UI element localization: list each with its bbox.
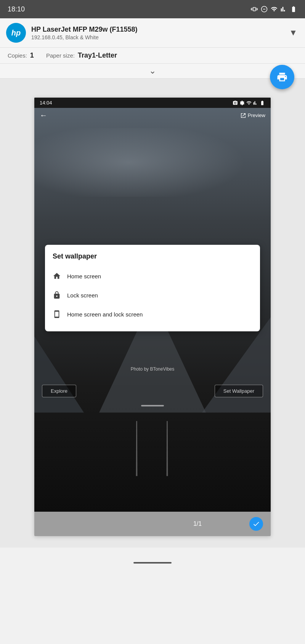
home-icon — [53, 272, 61, 280]
lock-icon — [53, 291, 61, 299]
paper-size-label: Paper size: — [46, 52, 75, 59]
app-header: hp HP LaserJet MFP M29w (F11558) 192.168… — [0, 18, 305, 48]
phone-home-indicator — [34, 402, 271, 410]
set-wallpaper-dialog: Set wallpaper Home screen Lock screen — [45, 245, 260, 331]
set-wallpaper-button[interactable]: Set Wallpaper — [215, 385, 263, 397]
page-counter-bar: 1/1 — [34, 512, 271, 536]
explore-button[interactable]: Explore — [42, 385, 76, 397]
paper-size-value[interactable]: Tray1-Letter — [78, 51, 117, 59]
status-bar: 18:10 — [0, 0, 305, 18]
vibrate-icon — [251, 6, 258, 13]
printer-fab-icon — [276, 71, 288, 83]
preview-label: Preview — [248, 112, 265, 118]
status-time: 18:10 — [8, 5, 25, 13]
phone-status-icons — [233, 100, 265, 106]
expand-chevron-icon[interactable]: ⌄ — [149, 66, 156, 76]
dialog-item-both-screens[interactable]: Home screen and lock screen — [45, 305, 260, 324]
printer-name: HP LaserJet MFP M29w (F11558) — [31, 26, 299, 34]
phone-settings-icon — [239, 100, 245, 106]
wifi-icon — [271, 6, 278, 13]
hp-logo: hp — [6, 23, 26, 43]
print-fab-button[interactable] — [270, 65, 294, 89]
paper-size-group: Paper size: Tray1-Letter — [46, 51, 117, 59]
copies-group: Copies: 1 — [8, 51, 34, 59]
status-icons — [251, 6, 297, 13]
phone-status-bar: 14:04 — [34, 98, 271, 108]
phone-bottom-buttons: Explore Set Wallpaper — [34, 380, 271, 402]
phone-battery-icon — [259, 100, 265, 106]
phone-wifi-icon — [246, 100, 252, 106]
phone-icon — [53, 310, 61, 318]
header-section: hp HP LaserJet MFP M29w (F11558) 192.168… — [0, 18, 305, 79]
preview-area: 14:04 ← Preview S — [0, 79, 305, 548]
dropdown-arrow-icon[interactable]: ▼ — [289, 28, 297, 38]
home-screen-label: Home screen — [67, 273, 101, 279]
home-line — [141, 405, 164, 406]
page-check-icon — [249, 517, 263, 531]
lock-screen-label: Lock screen — [67, 292, 98, 299]
phone-time: 14:04 — [40, 100, 52, 106]
page-counter-text: 1/1 — [146, 520, 249, 527]
phone-signal-icon — [253, 100, 258, 106]
home-and-lock-label: Home screen and lock screen — [67, 311, 143, 318]
copies-label: Copies: — [8, 52, 27, 59]
dnd-icon — [261, 6, 268, 13]
phone-mockup: 14:04 ← Preview S — [34, 98, 271, 512]
document-preview: 14:04 ← Preview S — [34, 98, 271, 536]
phone-top-bar: ← Preview — [34, 108, 271, 123]
phone-content: Set wallpaper Home screen Lock screen — [34, 245, 271, 512]
expand-row[interactable]: ⌄ — [0, 64, 305, 79]
dialog-title: Set wallpaper — [45, 252, 260, 267]
print-options-row: Copies: 1 Paper size: Tray1-Letter — [0, 48, 305, 64]
dialog-item-home-screen[interactable]: Home screen — [45, 267, 260, 286]
nav-line — [133, 562, 172, 564]
photo-credit: Photo by BToneVibes — [34, 362, 271, 376]
system-nav-bar — [0, 548, 305, 578]
check-icon — [252, 520, 260, 528]
printer-ip: 192.168.0.45, Black & White — [31, 34, 299, 40]
copies-value[interactable]: 1 — [30, 51, 34, 59]
fog-layer — [34, 128, 271, 197]
phone-back-icon[interactable]: ← — [40, 111, 47, 120]
dialog-item-lock-screen[interactable]: Lock screen — [45, 286, 260, 305]
phone-preview-button[interactable]: Preview — [240, 112, 265, 119]
phone-camera-icon — [233, 100, 238, 106]
signal-icon — [281, 6, 287, 13]
printer-info: HP LaserJet MFP M29w (F11558) 192.168.0.… — [31, 26, 299, 40]
preview-icon — [240, 112, 246, 119]
battery-icon — [290, 6, 297, 13]
